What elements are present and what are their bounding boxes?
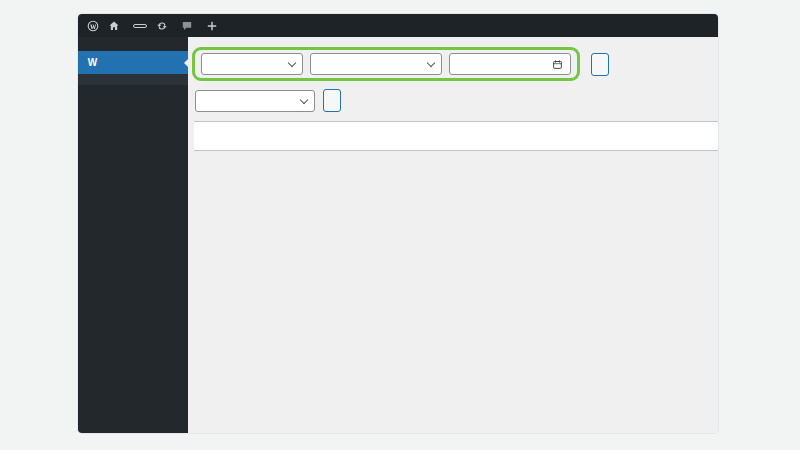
new-content-menu[interactable] (206, 20, 222, 32)
browser-viewport: W (78, 14, 718, 433)
status-filter-select[interactable] (201, 53, 303, 75)
wp-admin-bar (78, 14, 718, 37)
apply-button[interactable] (323, 89, 341, 112)
chevron-down-icon (288, 59, 296, 67)
home-icon (108, 20, 120, 32)
woocommerce-submenu (78, 74, 188, 85)
update-icon (156, 20, 168, 32)
admin-sidebar: W (78, 37, 188, 433)
chevron-down-icon (427, 59, 435, 67)
woocommerce-icon: W (87, 57, 98, 68)
plus-icon (206, 20, 218, 32)
coming-soon-badge (133, 24, 147, 28)
main-content (188, 37, 718, 433)
orders-table (194, 121, 718, 151)
table-header-row (194, 121, 718, 151)
date-filter-input[interactable] (449, 53, 571, 75)
sidebar-item-woocommerce[interactable]: W (78, 51, 188, 74)
site-menu[interactable] (108, 20, 124, 32)
calendar-icon (552, 59, 563, 70)
updates-menu[interactable] (156, 20, 172, 32)
wordpress-logo-icon[interactable] (87, 20, 99, 32)
comments-menu[interactable] (181, 20, 197, 32)
chevron-down-icon (300, 95, 308, 103)
pickup-filter-select[interactable] (310, 53, 442, 75)
comments-bubble-icon (181, 20, 193, 32)
bulk-action-select[interactable] (195, 90, 315, 112)
annotation-highlight (192, 47, 580, 81)
reset-filters-button[interactable] (591, 53, 609, 76)
